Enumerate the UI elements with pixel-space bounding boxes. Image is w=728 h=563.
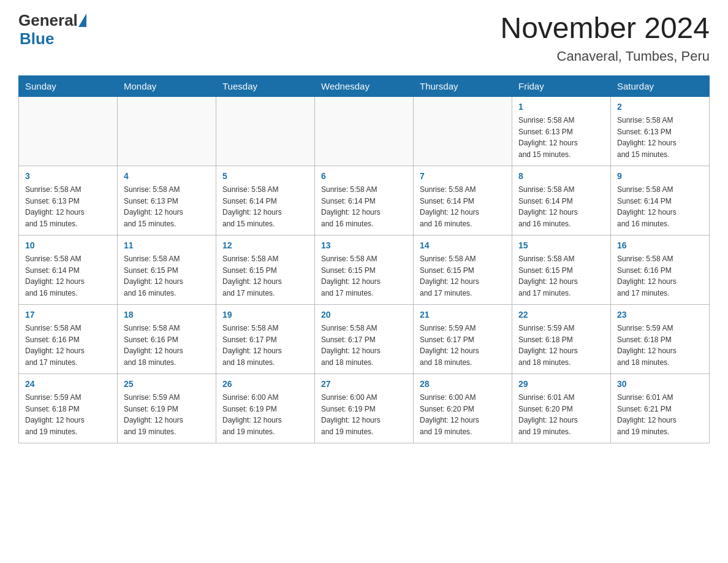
logo-blue-text: Blue — [20, 29, 54, 48]
day-info: Sunrise: 6:00 AM Sunset: 6:20 PM Dayligh… — [420, 393, 479, 436]
calendar-cell: 22Sunrise: 5:59 AM Sunset: 6:18 PM Dayli… — [512, 304, 611, 373]
day-number: 14 — [420, 239, 506, 252]
calendar-cell: 4Sunrise: 5:58 AM Sunset: 6:13 PM Daylig… — [118, 166, 216, 235]
logo-triangle-icon — [78, 13, 86, 27]
calendar-cell: 18Sunrise: 5:58 AM Sunset: 6:16 PM Dayli… — [118, 304, 216, 373]
calendar-cell: 1Sunrise: 5:58 AM Sunset: 6:13 PM Daylig… — [512, 96, 611, 166]
weekday-header: Tuesday — [216, 75, 315, 96]
weekday-header: Sunday — [19, 75, 118, 96]
day-number: 13 — [321, 239, 407, 252]
day-info: Sunrise: 5:58 AM Sunset: 6:15 PM Dayligh… — [124, 255, 183, 297]
calendar-cell: 15Sunrise: 5:58 AM Sunset: 6:15 PM Dayli… — [512, 235, 611, 304]
weekday-header-row: SundayMondayTuesdayWednesdayThursdayFrid… — [19, 75, 710, 96]
day-info: Sunrise: 5:58 AM Sunset: 6:16 PM Dayligh… — [617, 255, 677, 297]
day-number: 17 — [25, 308, 111, 321]
calendar-cell: 11Sunrise: 5:58 AM Sunset: 6:15 PM Dayli… — [118, 235, 216, 304]
calendar-cell: 10Sunrise: 5:58 AM Sunset: 6:14 PM Dayli… — [19, 235, 118, 304]
day-number: 30 — [617, 378, 703, 391]
calendar-cell: 5Sunrise: 5:58 AM Sunset: 6:14 PM Daylig… — [216, 166, 315, 235]
calendar-cell: 26Sunrise: 6:00 AM Sunset: 6:19 PM Dayli… — [216, 373, 315, 443]
day-info: Sunrise: 6:01 AM Sunset: 6:21 PM Dayligh… — [617, 393, 677, 436]
day-number: 10 — [25, 239, 111, 252]
main-title: November 2024 — [500, 12, 710, 45]
calendar-cell: 20Sunrise: 5:58 AM Sunset: 6:17 PM Dayli… — [315, 304, 414, 373]
calendar-cell: 23Sunrise: 5:59 AM Sunset: 6:18 PM Dayli… — [611, 304, 710, 373]
calendar-cell: 7Sunrise: 5:58 AM Sunset: 6:14 PM Daylig… — [414, 166, 512, 235]
calendar-cell: 30Sunrise: 6:01 AM Sunset: 6:21 PM Dayli… — [611, 373, 710, 443]
day-info: Sunrise: 5:59 AM Sunset: 6:18 PM Dayligh… — [518, 324, 578, 367]
day-info: Sunrise: 5:59 AM Sunset: 6:17 PM Dayligh… — [420, 324, 479, 367]
calendar-cell: 3Sunrise: 5:58 AM Sunset: 6:13 PM Daylig… — [19, 166, 118, 235]
day-info: Sunrise: 5:58 AM Sunset: 6:17 PM Dayligh… — [321, 324, 381, 367]
day-info: Sunrise: 5:59 AM Sunset: 6:18 PM Dayligh… — [25, 393, 85, 436]
calendar-cell: 14Sunrise: 5:58 AM Sunset: 6:15 PM Dayli… — [414, 235, 512, 304]
day-info: Sunrise: 5:58 AM Sunset: 6:14 PM Dayligh… — [420, 185, 479, 228]
day-info: Sunrise: 5:58 AM Sunset: 6:14 PM Dayligh… — [518, 185, 578, 228]
calendar-week-row: 10Sunrise: 5:58 AM Sunset: 6:14 PM Dayli… — [19, 235, 710, 304]
day-info: Sunrise: 6:00 AM Sunset: 6:19 PM Dayligh… — [222, 393, 282, 436]
day-number: 22 — [518, 308, 604, 321]
day-info: Sunrise: 5:58 AM Sunset: 6:14 PM Dayligh… — [222, 185, 282, 228]
day-number: 11 — [124, 239, 210, 252]
day-info: Sunrise: 6:01 AM Sunset: 6:20 PM Dayligh… — [518, 393, 578, 436]
day-info: Sunrise: 5:58 AM Sunset: 6:14 PM Dayligh… — [25, 255, 85, 297]
day-number: 7 — [420, 170, 506, 183]
day-number: 18 — [124, 308, 210, 321]
calendar-cell: 16Sunrise: 5:58 AM Sunset: 6:16 PM Dayli… — [611, 235, 710, 304]
day-number: 29 — [518, 378, 604, 391]
weekday-header: Thursday — [414, 75, 512, 96]
day-number: 28 — [420, 378, 506, 391]
calendar-cell: 12Sunrise: 5:58 AM Sunset: 6:15 PM Dayli… — [216, 235, 315, 304]
day-info: Sunrise: 6:00 AM Sunset: 6:19 PM Dayligh… — [321, 393, 381, 436]
weekday-header: Monday — [118, 75, 216, 96]
day-info: Sunrise: 5:58 AM Sunset: 6:15 PM Dayligh… — [420, 255, 479, 297]
calendar-cell: 19Sunrise: 5:58 AM Sunset: 6:17 PM Dayli… — [216, 304, 315, 373]
day-info: Sunrise: 5:59 AM Sunset: 6:18 PM Dayligh… — [617, 324, 677, 367]
day-number: 23 — [617, 308, 703, 321]
calendar-week-row: 3Sunrise: 5:58 AM Sunset: 6:13 PM Daylig… — [19, 166, 710, 235]
calendar-cell — [216, 96, 315, 166]
day-number: 2 — [617, 101, 703, 113]
day-info: Sunrise: 5:59 AM Sunset: 6:19 PM Dayligh… — [124, 393, 183, 436]
day-info: Sunrise: 5:58 AM Sunset: 6:16 PM Dayligh… — [25, 324, 85, 367]
calendar-cell: 25Sunrise: 5:59 AM Sunset: 6:19 PM Dayli… — [118, 373, 216, 443]
header: General Blue November 2024 Canaveral, Tu… — [18, 12, 710, 64]
day-info: Sunrise: 5:58 AM Sunset: 6:15 PM Dayligh… — [518, 255, 578, 297]
calendar-cell — [19, 96, 118, 166]
day-number: 4 — [124, 170, 210, 183]
day-number: 6 — [321, 170, 407, 183]
day-number: 20 — [321, 308, 407, 321]
calendar-cell — [315, 96, 414, 166]
calendar-cell: 24Sunrise: 5:59 AM Sunset: 6:18 PM Dayli… — [19, 373, 118, 443]
subtitle: Canaveral, Tumbes, Peru — [500, 48, 710, 64]
calendar-cell: 29Sunrise: 6:01 AM Sunset: 6:20 PM Dayli… — [512, 373, 611, 443]
logo-general-text: General — [18, 12, 78, 28]
logo: General Blue — [18, 12, 87, 48]
day-number: 1 — [518, 101, 604, 113]
calendar-cell — [414, 96, 512, 166]
day-info: Sunrise: 5:58 AM Sunset: 6:15 PM Dayligh… — [321, 255, 381, 297]
calendar-cell: 28Sunrise: 6:00 AM Sunset: 6:20 PM Dayli… — [414, 373, 512, 443]
weekday-header: Friday — [512, 75, 611, 96]
calendar-cell: 2Sunrise: 5:58 AM Sunset: 6:13 PM Daylig… — [611, 96, 710, 166]
day-number: 26 — [222, 378, 308, 391]
day-number: 21 — [420, 308, 506, 321]
day-number: 19 — [222, 308, 308, 321]
day-number: 25 — [124, 378, 210, 391]
calendar-cell: 6Sunrise: 5:58 AM Sunset: 6:14 PM Daylig… — [315, 166, 414, 235]
calendar-week-row: 17Sunrise: 5:58 AM Sunset: 6:16 PM Dayli… — [19, 304, 710, 373]
day-info: Sunrise: 5:58 AM Sunset: 6:13 PM Dayligh… — [25, 185, 85, 228]
day-number: 5 — [222, 170, 308, 183]
weekday-header: Saturday — [611, 75, 710, 96]
day-info: Sunrise: 5:58 AM Sunset: 6:15 PM Dayligh… — [222, 255, 282, 297]
calendar-cell: 17Sunrise: 5:58 AM Sunset: 6:16 PM Dayli… — [19, 304, 118, 373]
day-info: Sunrise: 5:58 AM Sunset: 6:17 PM Dayligh… — [222, 324, 282, 367]
day-number: 15 — [518, 239, 604, 252]
day-info: Sunrise: 5:58 AM Sunset: 6:14 PM Dayligh… — [617, 185, 677, 228]
day-number: 16 — [617, 239, 703, 252]
day-info: Sunrise: 5:58 AM Sunset: 6:13 PM Dayligh… — [124, 185, 183, 228]
day-number: 8 — [518, 170, 604, 183]
title-area: November 2024 Canaveral, Tumbes, Peru — [500, 12, 710, 64]
day-number: 12 — [222, 239, 308, 252]
day-number: 24 — [25, 378, 111, 391]
